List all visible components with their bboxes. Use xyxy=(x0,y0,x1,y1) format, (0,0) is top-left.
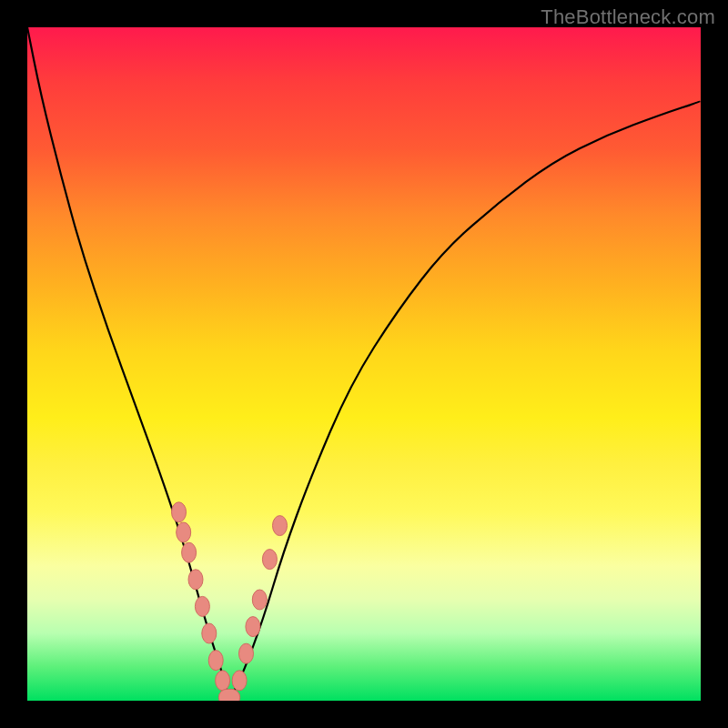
highlight-blob xyxy=(172,502,187,522)
highlight-blob xyxy=(177,522,191,542)
highlight-blob xyxy=(208,651,223,671)
highlight-blob xyxy=(246,617,260,637)
highlight-blob xyxy=(182,542,197,562)
highlight-base xyxy=(218,689,239,701)
highlight-blob xyxy=(232,671,247,691)
highlight-blob xyxy=(195,596,209,616)
highlight-blob xyxy=(239,643,254,663)
highlight-blob xyxy=(262,550,277,570)
highlight-blob xyxy=(252,590,267,610)
watermark-text: TheBottleneck.com xyxy=(541,5,715,29)
highlight-blob xyxy=(202,623,217,643)
bottleneck-chart xyxy=(27,27,701,701)
highlight-blob xyxy=(216,671,230,691)
highlight-points xyxy=(172,502,288,701)
highlight-blob xyxy=(188,570,203,590)
chart-frame xyxy=(27,27,701,701)
highlight-blob xyxy=(273,516,288,536)
bottleneck-curve xyxy=(27,27,701,694)
